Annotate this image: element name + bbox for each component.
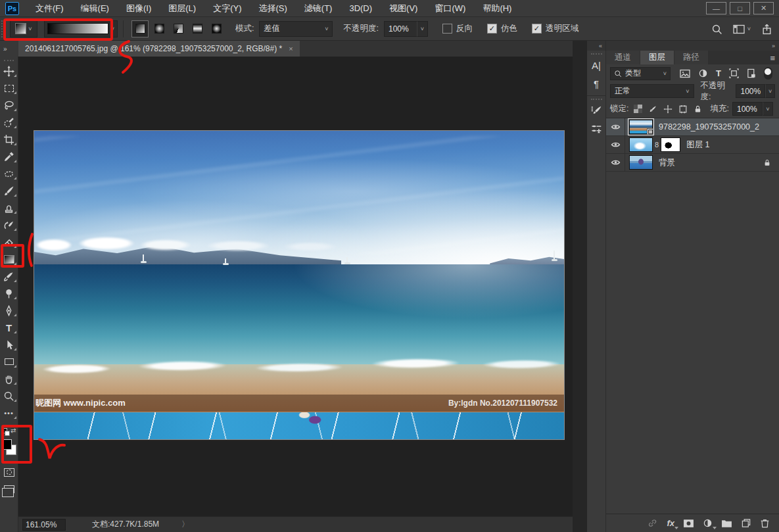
menu-edit[interactable]: 编辑(E) [72, 0, 118, 17]
transparency-checkbox-row[interactable]: ✓ 透明区域 [532, 23, 578, 34]
tab-layers[interactable]: 图层 [640, 51, 674, 64]
visibility-toggle[interactable] [606, 154, 625, 171]
gradient-tool[interactable] [0, 251, 18, 268]
zoom-level-input[interactable]: 161.05% [22, 519, 66, 531]
healing-brush-tool[interactable] [0, 165, 18, 182]
lasso-tool[interactable] [0, 97, 18, 114]
opacity-input[interactable]: 100% [384, 21, 417, 37]
layer-row-layer1[interactable]: 8 图层 1 [606, 136, 779, 154]
dither-checkbox-row[interactable]: ✓ 仿色 [487, 23, 517, 34]
canvas-area[interactable]: 昵图网 www.nipic.com By:lgdn No.20120711190… [18, 57, 573, 516]
gradient-type-angle-button[interactable] [170, 20, 187, 37]
layer-name[interactable]: 背景 [659, 157, 675, 168]
maximize-button[interactable]: □ [730, 2, 750, 14]
tab-paths[interactable]: 路径 [674, 51, 708, 64]
lock-transparency-icon[interactable] [634, 105, 642, 113]
menu-filter[interactable]: 滤镜(T) [296, 0, 341, 17]
search-icon[interactable] [711, 24, 722, 35]
quick-selection-tool[interactable] [0, 114, 18, 131]
menu-help[interactable]: 帮助(H) [474, 0, 520, 17]
layer-name[interactable]: 图层 1 [686, 139, 709, 151]
status-options-chevron[interactable]: 〉 [181, 519, 189, 530]
move-tool[interactable] [0, 62, 18, 80]
delete-layer-icon[interactable] [760, 518, 770, 528]
foreground-color-swatch[interactable] [1, 439, 12, 450]
menu-window[interactable]: 窗口(W) [426, 0, 474, 17]
dither-checkbox[interactable]: ✓ [487, 24, 497, 34]
close-button[interactable]: ✕ [753, 2, 774, 14]
workspace-switcher[interactable]: ˅ [733, 24, 751, 34]
visibility-toggle[interactable] [606, 118, 625, 135]
filter-adjustment-layers-icon[interactable] [698, 68, 708, 78]
hand-tool[interactable] [0, 370, 18, 387]
reverse-checkbox-row[interactable]: 反向 [442, 23, 473, 34]
document-image[interactable]: 昵图网 www.nipic.com By:lgdn No.20120711190… [34, 131, 564, 439]
link-layers-icon[interactable] [647, 518, 658, 528]
history-brush-tool[interactable] [0, 216, 18, 233]
tab-close-icon[interactable]: × [289, 45, 293, 53]
minimize-button[interactable]: — [706, 2, 726, 14]
new-layer-icon[interactable] [741, 518, 751, 528]
toolbar-collapse-chevrons[interactable]: » [0, 41, 18, 57]
lock-all-icon[interactable] [694, 105, 702, 114]
reverse-checkbox[interactable] [442, 24, 452, 34]
blend-mode-select[interactable]: 差值 ˅ [259, 21, 333, 37]
gradient-type-reflected-button[interactable] [189, 20, 206, 37]
layer-fill-dropdown[interactable]: ˅ [763, 102, 773, 116]
type-tool[interactable]: T [0, 319, 18, 336]
menu-layer[interactable]: 图层(L) [160, 0, 204, 17]
rectangle-tool[interactable] [0, 353, 18, 370]
brush-settings-panel-button[interactable] [587, 101, 605, 120]
filter-type-select[interactable]: 类型 ˅ [610, 67, 671, 80]
eraser-tool[interactable] [0, 233, 18, 251]
gradient-type-radial-button[interactable] [151, 20, 168, 37]
pen-tool[interactable] [0, 302, 18, 319]
gradient-type-diamond-button[interactable] [208, 20, 225, 37]
gradient-editor-bar[interactable]: ˅ [44, 20, 118, 37]
menu-view[interactable]: 视图(V) [381, 0, 426, 17]
menu-select[interactable]: 选择(S) [250, 0, 295, 17]
edit-toolbar-button[interactable]: ••• [0, 404, 18, 422]
layer-thumbnail[interactable] [629, 155, 653, 170]
filter-smart-objects-icon[interactable] [747, 68, 756, 78]
tab-channels[interactable]: 通道 [606, 51, 640, 64]
quick-mask-button[interactable] [0, 464, 18, 481]
menu-image[interactable]: 图像(I) [118, 0, 160, 17]
eyedropper-tool[interactable] [0, 148, 18, 165]
gradient-preset-picker[interactable]: ˅ [10, 20, 37, 37]
layer-row-background[interactable]: 背景 [606, 154, 779, 172]
rectangular-marquee-tool[interactable] [0, 80, 18, 97]
filter-shape-layers-icon[interactable] [729, 68, 739, 78]
layer-blend-mode-select[interactable]: 正常 ˅ [610, 84, 694, 98]
layer-thumbnail[interactable] [629, 137, 653, 152]
smudge-tool[interactable] [0, 268, 18, 285]
layer-mask-thumbnail[interactable] [661, 137, 680, 152]
dodge-tool[interactable] [0, 285, 18, 302]
panel-menu-icon[interactable]: ≡ [770, 53, 775, 63]
filtering-toggle[interactable] [764, 67, 772, 80]
expand-panels-chevrons[interactable]: » [606, 41, 779, 51]
lock-position-icon[interactable] [663, 105, 673, 114]
layer-thumbnail[interactable] [629, 120, 653, 134]
lock-artboard-icon[interactable] [678, 105, 688, 114]
menu-file[interactable]: 文件(F) [27, 0, 72, 17]
filter-type-layers-icon[interactable]: T [716, 68, 721, 78]
screen-mode-button[interactable] [0, 481, 18, 498]
layer-style-button[interactable]: fx [667, 518, 674, 528]
default-swap-colors[interactable]: ⇄ [2, 427, 16, 436]
new-adjustment-layer-button[interactable] [703, 518, 713, 528]
layer-opacity-dropdown[interactable]: ˅ [765, 84, 775, 98]
document-tab[interactable]: 2014061217005765.jpg @ 161% (9782298_190… [18, 41, 300, 57]
layer-opacity-input[interactable]: 100% [736, 84, 765, 98]
brushes-panel-button[interactable] [587, 120, 605, 138]
character-panel-button[interactable]: A| [587, 56, 605, 74]
layer-name[interactable]: 9782298_190753257000_2 [659, 122, 759, 132]
paragraph-panel-button[interactable]: ¶ [587, 74, 605, 93]
menu-3d[interactable]: 3D(D) [341, 0, 381, 17]
visibility-toggle[interactable] [606, 136, 625, 153]
foreground-background-swatches[interactable] [1, 439, 18, 458]
opacity-dropdown-button[interactable]: ˅ [417, 21, 428, 37]
zoom-tool[interactable] [0, 387, 18, 404]
crop-tool[interactable] [0, 131, 18, 148]
collapse-panels-chevrons[interactable]: « [587, 41, 605, 51]
